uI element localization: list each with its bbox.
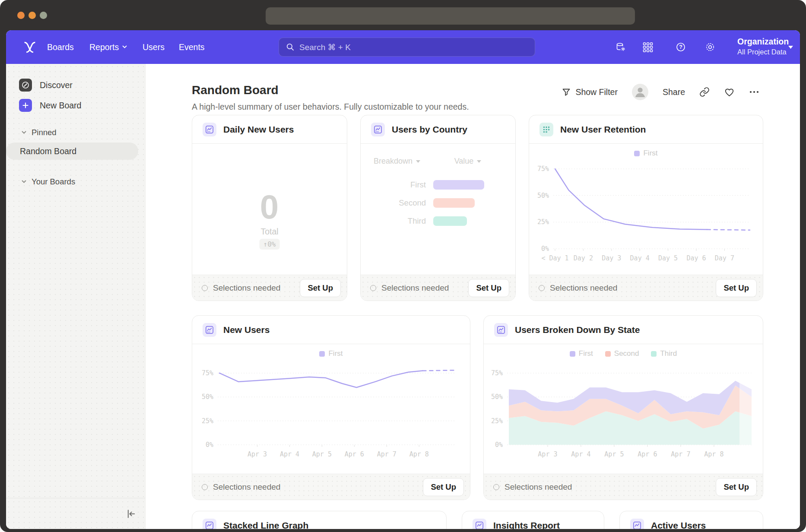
org-switcher[interactable]: Organization All Project Data bbox=[737, 36, 789, 57]
retention-chart: First75%50%25%0%< Day 1Day 2Day 3Day 4Da… bbox=[529, 148, 763, 272]
metric-label: Total bbox=[192, 227, 347, 237]
data-management-icon[interactable] bbox=[616, 42, 626, 52]
svg-text:Apr 6: Apr 6 bbox=[345, 450, 364, 458]
org-caret-icon bbox=[788, 46, 793, 49]
app-window: Boards Reports Users Events Search ⌘ + K bbox=[6, 30, 800, 529]
breakdown-bar bbox=[433, 216, 467, 226]
traffic-light-close-button[interactable] bbox=[17, 12, 25, 19]
legend-item[interactable]: First bbox=[634, 149, 657, 158]
legend-item[interactable]: Second bbox=[605, 349, 639, 358]
value-dropdown[interactable]: Value bbox=[433, 157, 502, 166]
page-title: Random Board bbox=[192, 83, 279, 97]
new-board-button[interactable]: New Board bbox=[19, 99, 81, 112]
legend-item[interactable]: First bbox=[570, 349, 593, 358]
sidebar-footer bbox=[6, 498, 145, 529]
svg-text:0%: 0% bbox=[541, 245, 549, 253]
card-insights-report: Insights Report bbox=[462, 511, 604, 529]
search-input[interactable]: Search ⌘ + K bbox=[279, 38, 535, 57]
svg-text:Day 4: Day 4 bbox=[630, 254, 650, 262]
set-up-button[interactable]: Set Up bbox=[468, 279, 509, 297]
traffic-light-zoom-button[interactable] bbox=[40, 12, 47, 19]
sidebar-section-pinned[interactable]: Pinned bbox=[22, 128, 57, 137]
compass-icon bbox=[19, 79, 32, 92]
traffic-light-minimize-button[interactable] bbox=[29, 12, 36, 19]
card-footer: Selections needed Set Up bbox=[484, 474, 763, 500]
nav-item-users[interactable]: Users bbox=[143, 30, 165, 64]
nav-item-events[interactable]: Events bbox=[179, 30, 205, 64]
breakdown-label: First bbox=[361, 180, 433, 190]
legend-label: First bbox=[328, 349, 343, 358]
card-title: Stacked Line Graph bbox=[223, 520, 308, 529]
nav-item-boards[interactable]: Boards bbox=[47, 30, 74, 64]
status-circle-icon bbox=[370, 285, 376, 291]
settings-gear-icon[interactable] bbox=[705, 42, 715, 52]
show-filter-button[interactable]: Show Filter bbox=[562, 87, 618, 97]
help-icon[interactable]: ? bbox=[676, 42, 686, 52]
card-title: New Users bbox=[223, 325, 270, 335]
metric-value: 0 bbox=[192, 187, 347, 227]
card-new-user-retention: New User Retention First75%50%25%0%< Day… bbox=[529, 115, 763, 301]
legend-swatch bbox=[634, 151, 640, 156]
card-users-by-state: Users Broken Down By State FirstSecondTh… bbox=[483, 315, 763, 500]
copy-link-icon[interactable] bbox=[699, 87, 710, 97]
set-up-button[interactable]: Set Up bbox=[716, 279, 757, 297]
svg-text:75%: 75% bbox=[202, 369, 213, 377]
svg-text:25%: 25% bbox=[202, 417, 213, 425]
card-footer: Selections needed Set Up bbox=[529, 275, 763, 301]
set-up-button[interactable]: Set Up bbox=[300, 279, 341, 297]
person-icon bbox=[632, 84, 648, 100]
svg-text:50%: 50% bbox=[491, 393, 503, 401]
svg-text:75%: 75% bbox=[491, 369, 503, 377]
set-up-button[interactable]: Set Up bbox=[423, 478, 464, 496]
svg-text:Apr 4: Apr 4 bbox=[280, 450, 299, 458]
avatar[interactable] bbox=[632, 84, 648, 100]
legend-label: Second bbox=[614, 349, 639, 358]
chart-legend: FirstSecondThird bbox=[484, 348, 763, 359]
more-options-icon[interactable] bbox=[749, 90, 759, 94]
legend-item[interactable]: Third bbox=[651, 349, 677, 358]
chevron-down-icon bbox=[122, 45, 127, 49]
chevron-down-icon bbox=[22, 131, 26, 134]
org-project: All Project Data bbox=[737, 47, 789, 57]
collapse-sidebar-icon[interactable] bbox=[126, 509, 136, 521]
svg-text:Apr 6: Apr 6 bbox=[638, 450, 657, 458]
svg-text:50%: 50% bbox=[202, 393, 213, 401]
breakdown-row: First bbox=[361, 180, 515, 190]
chart-legend: First bbox=[529, 148, 763, 158]
line-chart-icon bbox=[371, 123, 385, 136]
retention-grid-icon bbox=[539, 123, 553, 136]
org-name: Organization bbox=[737, 36, 789, 47]
card-active-users: Active Users bbox=[619, 511, 763, 529]
share-button[interactable]: Share bbox=[663, 87, 685, 97]
nav-item-reports[interactable]: Reports bbox=[89, 30, 127, 64]
svg-text:Apr 3: Apr 3 bbox=[538, 450, 557, 458]
search-placeholder: Search ⌘ + K bbox=[299, 42, 351, 52]
favorite-heart-icon[interactable] bbox=[724, 87, 735, 98]
line-chart-icon bbox=[630, 519, 644, 529]
legend-item[interactable]: First bbox=[319, 349, 343, 358]
breakdown-label: Third bbox=[361, 216, 433, 226]
sidebar-item-random-board[interactable]: Random Board bbox=[6, 142, 138, 160]
svg-text:Apr 3: Apr 3 bbox=[248, 450, 267, 458]
mixpanel-logo[interactable] bbox=[23, 30, 36, 64]
breakdown-bar bbox=[433, 198, 475, 208]
sidebar: Discover New Board Pinned Random Board bbox=[6, 64, 146, 529]
breakdown-row: Second bbox=[361, 198, 515, 208]
search-icon bbox=[286, 43, 295, 51]
svg-text:< Day 1: < Day 1 bbox=[541, 254, 568, 262]
card-title: Users Broken Down By State bbox=[515, 325, 640, 335]
set-up-button[interactable]: Set Up bbox=[716, 478, 757, 496]
svg-text:Apr 4: Apr 4 bbox=[571, 450, 590, 458]
sidebar-section-your-boards[interactable]: Your Boards bbox=[22, 177, 75, 187]
board-main: Random Board A high-level summary of use… bbox=[146, 64, 800, 529]
url-bar[interactable] bbox=[266, 7, 635, 25]
apps-grid-icon[interactable] bbox=[643, 42, 653, 52]
svg-text:75%: 75% bbox=[537, 165, 549, 173]
breakdown-row: Third bbox=[361, 216, 515, 226]
svg-text:Day 2: Day 2 bbox=[574, 254, 593, 262]
svg-text:Day 6: Day 6 bbox=[686, 254, 706, 262]
sidebar-item-discover[interactable]: Discover bbox=[19, 79, 73, 92]
svg-text:Apr 5: Apr 5 bbox=[312, 450, 332, 458]
breakdown-dropdown[interactable]: Breakdown bbox=[361, 157, 433, 166]
caret-down-icon bbox=[416, 160, 420, 163]
